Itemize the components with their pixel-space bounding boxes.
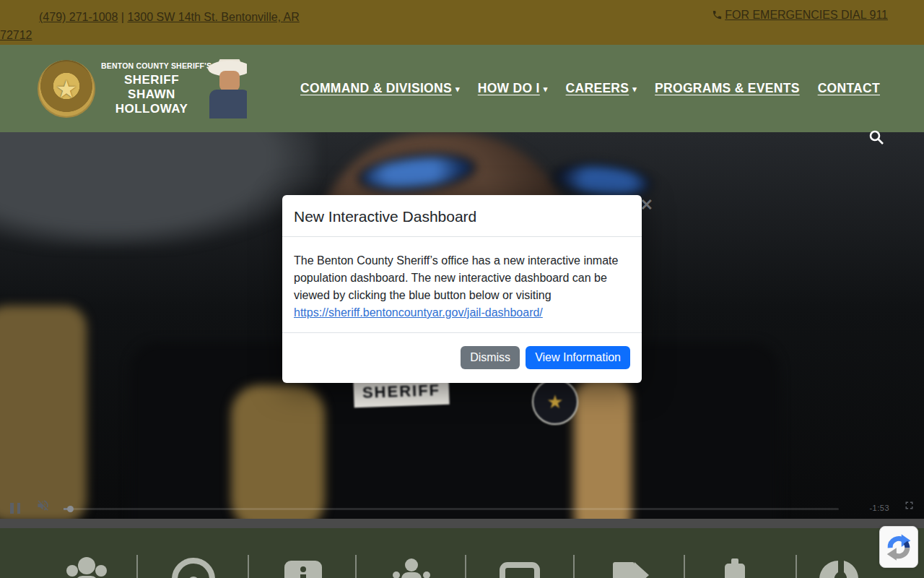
pause-button-icon[interactable] (10, 503, 20, 514)
close-icon[interactable]: ✕ (640, 197, 653, 213)
video-progress-bar[interactable] (64, 508, 839, 510)
info-box-icon[interactable] (280, 555, 326, 578)
chevron-down-icon: ▾ (632, 85, 637, 94)
modal-header: New Interactive Dashboard (282, 195, 642, 237)
recaptcha-badge[interactable] (879, 526, 918, 568)
emergency-link[interactable]: FOR EMERGENCIES DIAL 911 (725, 9, 888, 21)
search-icon[interactable] (868, 129, 885, 146)
fullscreen-icon[interactable] (903, 499, 915, 514)
modal-footer: Dismiss View Information (282, 333, 642, 382)
monitor-icon[interactable] (497, 555, 543, 578)
dashboard-modal: ✕ New Interactive Dashboard The Benton C… (282, 195, 642, 383)
nav-item-command-divisions[interactable]: COMMAND & DIVISIONS▾ (300, 81, 460, 96)
emergency-notice: FOR EMERGENCIES DIAL 911 (712, 9, 888, 22)
logo-name-line: SHAWN HOLLOWAY (101, 87, 202, 116)
recaptcha-icon (884, 532, 913, 562)
split-circle-icon[interactable] (816, 555, 863, 578)
time-remaining: -1:53 (869, 504, 889, 512)
nav-item-careers[interactable]: CAREERS▾ (566, 81, 637, 96)
page-root: (479) 271-1008 | 1300 SW 14th St. Benton… (0, 0, 924, 578)
phone-link[interactable]: (479) 271-1008 (39, 11, 118, 23)
video-controls: -1:53 (0, 497, 924, 519)
sheriff-round-patch: ★ (532, 379, 578, 425)
view-information-button[interactable]: View Information (526, 346, 630, 369)
main-navbar: ★ BENTON COUNTY SHERIFF'S OFFICE SHERIFF… (0, 45, 924, 132)
dismiss-button[interactable]: Dismiss (461, 346, 520, 369)
contact-block: (479) 271-1008 | 1300 SW 14th St. Benton… (0, 8, 318, 44)
modal-title: New Interactive Dashboard (294, 208, 630, 225)
top-info-bar: (479) 271-1008 | 1300 SW 14th St. Benton… (0, 0, 924, 45)
circle-eye-icon[interactable] (170, 555, 217, 578)
phone-icon (712, 9, 723, 20)
sheriff-portrait (204, 59, 247, 118)
nav-links: COMMAND & DIVISIONS▾ HOW DO I▾ CAREERS▾ … (300, 45, 880, 132)
nav-item-how-do-i[interactable]: HOW DO I▾ (478, 81, 548, 96)
logo-text: BENTON COUNTY SHERIFF'S OFFICE SHERIFF S… (101, 61, 202, 116)
person-icon[interactable] (388, 555, 435, 578)
progress-knob[interactable] (67, 506, 74, 512)
nav-item-contact[interactable]: CONTACT (818, 81, 880, 96)
section-divider-strip (0, 519, 924, 528)
chevron-down-icon: ▾ (456, 85, 460, 94)
modal-body-text: The Benton County Sheriff’s office has a… (294, 254, 618, 301)
document-icon[interactable] (607, 555, 653, 578)
quicklinks-section (0, 528, 924, 578)
chevron-down-icon: ▾ (544, 85, 548, 94)
nav-item-programs-events[interactable]: PROGRAMS & EVENTS (655, 81, 800, 96)
badge-icon[interactable] (712, 555, 758, 578)
separator: | (118, 11, 127, 23)
mute-button-icon[interactable] (36, 499, 50, 515)
people-group-icon[interactable] (62, 555, 108, 578)
sheriff-badge-icon: ★ (38, 60, 95, 118)
logo-title-line: SHERIFF (101, 73, 202, 87)
site-logo[interactable]: ★ BENTON COUNTY SHERIFF'S OFFICE SHERIFF… (38, 59, 247, 118)
logo-org-line: BENTON COUNTY SHERIFF'S OFFICE (101, 61, 202, 70)
modal-body: The Benton County Sheriff’s office has a… (282, 237, 642, 333)
dashboard-link[interactable]: https://sheriff.bentoncountyar.gov/jail-… (294, 306, 543, 319)
